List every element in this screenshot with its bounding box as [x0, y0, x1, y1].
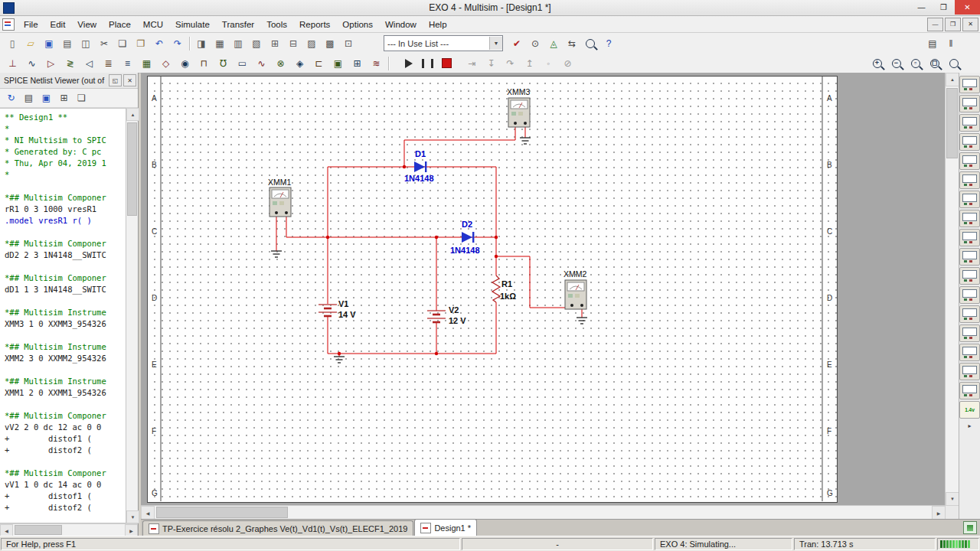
toggle-spice-netlist-viewer-button[interactable]: ▥	[229, 35, 247, 52]
menu-options[interactable]: Options	[336, 16, 379, 32]
place-transistor-button[interactable]: ≷	[60, 55, 80, 72]
menu-transfer[interactable]: Transfer	[216, 16, 260, 32]
zoom-in-button[interactable]: +	[867, 55, 887, 72]
netlist-horizontal-scrollbar[interactable]: ◀ ▶	[0, 523, 138, 536]
menu-simulate[interactable]: Simulate	[169, 16, 216, 32]
breadboard-button[interactable]: ◬	[544, 35, 563, 52]
place-connector-button[interactable]: ⊏	[309, 55, 328, 72]
save-button[interactable]: ▣	[40, 35, 58, 52]
agilent-multimeter-button[interactable]	[959, 363, 980, 380]
place-mixed-button[interactable]: ◇	[156, 55, 175, 72]
tab-design1[interactable]: Design1 *	[414, 519, 477, 536]
place-hierarchical-block-button[interactable]: ⊞	[348, 55, 367, 72]
scroll-up-icon[interactable]: ▲	[126, 108, 139, 121]
in-use-list-combobox[interactable]: --- In Use List --- ▼	[384, 35, 503, 51]
place-analog-button[interactable]: ◁	[80, 55, 99, 72]
menu-place[interactable]: Place	[103, 16, 137, 32]
spectrum-analyzer-button[interactable]	[959, 305, 980, 323]
menu-edit[interactable]: Edit	[44, 16, 72, 32]
place-advanced-peripherals-button[interactable]: ▭	[233, 55, 252, 72]
redo-button[interactable]: ↷	[168, 35, 187, 52]
description-box-button[interactable]: ⊡	[339, 35, 358, 52]
place-cmos-button[interactable]: ≡	[118, 55, 137, 72]
tab-tp-exercice[interactable]: TP-Exercice résolu 2_Graphes Ve(t)_Vd1(t…	[142, 520, 413, 536]
place-diode-button[interactable]: ▷	[41, 55, 60, 72]
menu-view[interactable]: View	[71, 16, 103, 32]
paste-button[interactable]: ❐	[132, 35, 150, 52]
panel-close-button[interactable]: ✕	[123, 74, 136, 86]
scrollbar-thumb[interactable]	[946, 88, 958, 158]
zoom-fit-button[interactable]: ◻	[925, 55, 944, 72]
canvas-horizontal-scrollbar[interactable]: ◀ ▶	[141, 505, 946, 519]
distortion-analyzer-button[interactable]	[959, 286, 980, 304]
pause-at-next-mcu-button[interactable]: ⇥	[462, 55, 482, 72]
zoom-fullscreen-button[interactable]	[944, 55, 963, 72]
erc-button[interactable]: ✔	[508, 35, 526, 52]
menu-file[interactable]: File	[18, 16, 44, 32]
pause-simulation-button[interactable]	[418, 55, 437, 72]
zoom-out-button[interactable]: −	[887, 55, 906, 72]
scrollbar-thumb[interactable]	[15, 525, 62, 535]
schematic-sheet[interactable]	[147, 76, 838, 503]
network-analyzer-button[interactable]	[959, 324, 980, 342]
step-over-button[interactable]: ↷	[501, 55, 520, 72]
close-window-button[interactable]: ▩	[321, 35, 339, 52]
place-indicator-button[interactable]: ◉	[175, 55, 194, 72]
toggle-breakpoint-button[interactable]: ◦	[539, 55, 558, 72]
toggle-design-toolbox-button[interactable]: ◨	[192, 35, 211, 52]
place-power-component-button[interactable]: ⊓	[194, 55, 214, 72]
tektronix-oscilloscope-button[interactable]	[959, 382, 980, 399]
place-source-button[interactable]: ⊥	[3, 55, 22, 72]
undo-button[interactable]: ↶	[150, 35, 168, 52]
place-basic-button[interactable]: ∿	[22, 55, 41, 72]
document-icon[interactable]	[2, 18, 15, 31]
new-button[interactable]: ▯	[3, 35, 21, 52]
place-misc-digital-button[interactable]: ▦	[137, 55, 156, 72]
mdi-restore-button[interactable]: ❒	[945, 18, 961, 31]
four-channel-oscilloscope-button[interactable]	[959, 152, 980, 170]
cut-button[interactable]: ✂	[95, 35, 113, 52]
print-button[interactable]: ▤	[58, 35, 77, 52]
postprocessor-button[interactable]: ⊞	[266, 35, 284, 52]
stop-button[interactable]	[437, 55, 456, 72]
step-into-button[interactable]: ↧	[482, 55, 501, 72]
place-bus-button[interactable]: ≋	[367, 55, 386, 72]
menu-reports[interactable]: Reports	[293, 16, 336, 32]
oscilloscope-button[interactable]	[959, 133, 980, 151]
place-misc-button[interactable]: ℧	[214, 55, 233, 72]
place-electromechanical-button[interactable]: ⊗	[271, 55, 290, 72]
graphers-button[interactable]: ▧	[247, 35, 266, 52]
place-rf-button[interactable]: ∿	[252, 55, 271, 72]
panel-menu-button[interactable]: ◱	[109, 74, 122, 86]
scroll-right-icon[interactable]: ▶	[932, 506, 946, 519]
refresh-netlist-button[interactable]: ↻	[2, 90, 20, 106]
multimeter-button[interactable]	[959, 76, 980, 93]
zoom-area-button[interactable]: ▫	[906, 55, 925, 72]
place-ttl-button[interactable]: ≣	[99, 55, 118, 72]
scroll-down-icon[interactable]: ▼	[946, 492, 959, 506]
iv-analyzer-button[interactable]	[959, 267, 980, 285]
print-netlist-button[interactable]: ▤	[20, 90, 38, 106]
logic-converter-button[interactable]	[959, 229, 980, 246]
mdi-close-button[interactable]: ✕	[962, 18, 978, 31]
scroll-down-icon[interactable]: ▼	[126, 510, 139, 523]
place-ni-component-button[interactable]: ◈	[290, 55, 309, 72]
menu-tools[interactable]: Tools	[260, 16, 293, 32]
wattmeter-button[interactable]	[959, 114, 980, 132]
word-generator-button[interactable]	[959, 210, 980, 227]
help-button[interactable]: ?	[599, 35, 618, 52]
menu-window[interactable]: Window	[379, 16, 423, 32]
schematic-canvas[interactable]: A B C D E F G A B C D E F G	[141, 73, 959, 519]
place-mcu-button[interactable]: ▣	[328, 55, 348, 72]
netlist-options-button[interactable]: ⊞	[55, 90, 73, 106]
remove-breakpoint-button[interactable]: ⊘	[558, 55, 577, 72]
mdi-minimize-button[interactable]: —	[927, 18, 943, 31]
window-close-button[interactable]: ✕	[955, 0, 980, 15]
canvas-vertical-scrollbar[interactable]: ▲ ▼	[945, 73, 959, 506]
netlist-vertical-scrollbar[interactable]: ▲ ▼	[126, 108, 138, 523]
window-maximize-button[interactable]: ❒	[933, 0, 955, 15]
find-button[interactable]	[581, 35, 599, 52]
frequency-counter-button[interactable]	[959, 191, 980, 208]
run-button[interactable]	[399, 55, 418, 72]
back-annotate-button[interactable]: ⇆	[563, 35, 581, 52]
